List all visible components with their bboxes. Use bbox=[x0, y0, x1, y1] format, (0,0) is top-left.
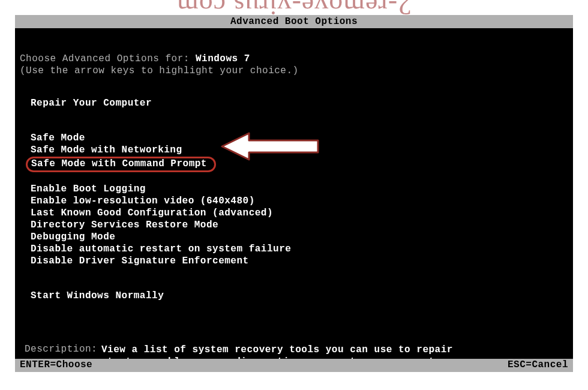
footer-esc-hint: ESC=Cancel bbox=[508, 359, 568, 371]
menu-low-res-video[interactable]: Enable low-resolution video (640x480) bbox=[31, 196, 568, 207]
screen-title: Advanced Boot Options bbox=[230, 16, 358, 27]
menu-start-normally[interactable]: Start Windows Normally bbox=[31, 290, 568, 302]
screen-content: Choose Advanced Options for: Windows 7 (… bbox=[15, 28, 573, 368]
menu-last-known-good[interactable]: Last Known Good Configuration (advanced) bbox=[31, 208, 568, 219]
choose-prefix: Choose Advanced Options for: bbox=[20, 53, 196, 64]
arrow-key-hint: (Use the arrow keys to highlight your ch… bbox=[20, 65, 568, 76]
menu-safe-mode[interactable]: Safe Mode bbox=[31, 133, 568, 144]
menu-safe-cmd-label: Safe Mode with Command Prompt bbox=[31, 158, 207, 169]
menu-debugging-mode[interactable]: Debugging Mode bbox=[31, 232, 568, 243]
footer-bar: ENTER=Choose ESC=Cancel bbox=[15, 359, 573, 372]
os-name: Windows 7 bbox=[196, 53, 250, 64]
menu-boot-logging[interactable]: Enable Boot Logging bbox=[31, 184, 568, 195]
title-bar: Advanced Boot Options bbox=[15, 15, 573, 28]
menu-directory-services-restore[interactable]: Directory Services Restore Mode bbox=[31, 220, 568, 231]
boot-screen: Advanced Boot Options Choose Advanced Op… bbox=[15, 15, 573, 372]
choose-line: Choose Advanced Options for: Windows 7 bbox=[20, 53, 568, 64]
highlight-annotation: Safe Mode with Command Prompt bbox=[26, 157, 216, 172]
footer-enter-hint: ENTER=Choose bbox=[20, 359, 92, 371]
boot-menu[interactable]: Repair Your Computer Safe Mode Safe Mode… bbox=[31, 98, 568, 302]
menu-disable-driver-sig[interactable]: Disable Driver Signature Enforcement bbox=[31, 256, 568, 267]
menu-repair-computer[interactable]: Repair Your Computer bbox=[31, 98, 568, 109]
menu-safe-mode-command-prompt[interactable]: Safe Mode with Command Prompt bbox=[31, 157, 568, 172]
menu-disable-auto-restart[interactable]: Disable automatic restart on system fail… bbox=[31, 244, 568, 255]
menu-safe-mode-networking[interactable]: Safe Mode with Networking bbox=[31, 145, 568, 156]
